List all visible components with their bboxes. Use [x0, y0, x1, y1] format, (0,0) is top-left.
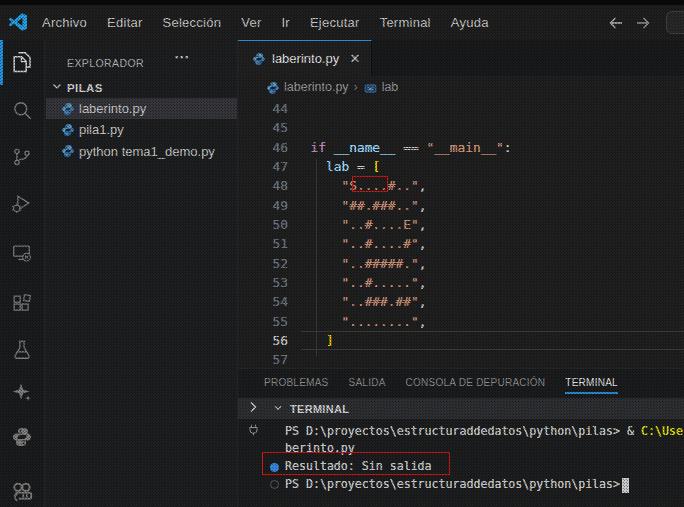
activity-extensions-icon[interactable] [0, 281, 44, 327]
line-number: 52 [238, 254, 288, 273]
activity-run-debug-icon[interactable] [0, 181, 44, 227]
activity-testing-icon[interactable] [0, 327, 44, 373]
file-name: pila1.py [79, 122, 124, 137]
menu-ayuda[interactable]: Ayuda [441, 5, 499, 40]
folder-section-pilas[interactable]: PILAS [46, 77, 237, 99]
code-editor[interactable]: 444546if __name__ == "__main__":47 lab =… [238, 98, 684, 367]
nav-back-icon[interactable] [609, 17, 623, 29]
plug-icon [247, 423, 260, 441]
editor-area: laberinto.py ✕ laberinto.py › lab 444546… [237, 40, 684, 507]
menu-archivo[interactable]: Archivo [32, 5, 97, 40]
terminal-line: PS D:\proyectos\estructuraddedatos\pytho… [285, 476, 620, 494]
line-content: ] [311, 331, 334, 350]
line-number: 45 [238, 118, 288, 137]
vscode-window: ArchivoEditarSelecciónVerIrEjecutarTermi… [0, 0, 684, 507]
file-item-laberinto-py[interactable]: laberinto.py [46, 98, 237, 119]
line-content: lab = [ [311, 157, 381, 176]
menu-ejecutar[interactable]: Ejecutar [300, 5, 370, 40]
breadcrumb-symbol[interactable]: lab [382, 80, 399, 94]
bottom-panel: PROBLEMASSALIDACONSOLA DE DEPURACIÓNTERM… [238, 368, 684, 507]
breadcrumb-separator: › [354, 80, 358, 94]
python-file-icon [252, 52, 266, 66]
activity-remote-explorer-icon[interactable] [0, 230, 44, 276]
chevron-down-icon[interactable] [272, 400, 284, 418]
nav-forward-icon[interactable] [636, 17, 650, 29]
breadcrumb-file[interactable]: laberinto.py [284, 80, 349, 94]
python-file-icon [61, 123, 75, 137]
code-line-51: 51 "..#....#", [238, 234, 684, 253]
sidebar-actions-icon[interactable]: ⋯ [174, 48, 190, 66]
terminal-cursor [622, 478, 629, 493]
symbol-variable-icon [364, 81, 377, 94]
menu-terminal[interactable]: Terminal [370, 5, 441, 40]
python-file-icon [61, 144, 75, 158]
line-number: 44 [238, 99, 288, 118]
tab-label: laberinto.py [272, 51, 339, 66]
line-number: 53 [238, 273, 288, 292]
code-line-55: 55 "........", [238, 312, 684, 331]
activity-chat-sparkle-icon[interactable] [0, 369, 44, 415]
panel-tab-terminal[interactable]: TERMINAL [565, 369, 618, 397]
line-number: 48 [238, 176, 288, 195]
activity-accounts-copilot-icon[interactable] [0, 468, 44, 507]
line-content: "..#.....", [311, 273, 427, 292]
activity-search-icon[interactable] [0, 87, 44, 133]
file-name: python tema1_demo.py [79, 144, 215, 159]
panel-tab-problemas[interactable]: PROBLEMAS [264, 369, 329, 397]
file-item-python-tema1-demo-py[interactable]: python tema1_demo.py [46, 141, 237, 162]
line-content: if __name__ == "__main__": [311, 138, 512, 157]
tab-close-icon[interactable]: ✕ [347, 51, 363, 66]
line-content: "........", [311, 312, 427, 331]
line-content: "##.###..", [311, 196, 427, 215]
code-line-52: 52 "..#####.", [238, 254, 684, 273]
panel-tab-salida[interactable]: SALIDA [349, 369, 386, 397]
menu-bar: ArchivoEditarSelecciónVerIrEjecutarTermi… [32, 5, 499, 40]
line-number: 51 [238, 234, 288, 253]
activity-python-icon[interactable] [0, 414, 44, 460]
activity-explorer-icon[interactable] [0, 39, 44, 85]
python-file-icon [61, 102, 75, 116]
code-line-54: 54 "..###.##", [238, 292, 684, 311]
line-number: 49 [238, 196, 288, 215]
code-line-56: 56 ] [238, 331, 684, 350]
tab-laberinto[interactable]: laberinto.py ✕ [238, 40, 372, 76]
line-number: 55 [238, 312, 288, 331]
vscode-logo-icon [9, 13, 27, 31]
line-number: 57 [238, 350, 288, 367]
code-line-47: 47 lab = [ [238, 157, 684, 176]
line-content: "..#....E", [311, 215, 427, 234]
annotation-box-terminal [262, 452, 450, 476]
terminal[interactable]: PS D:\proyectos\estructuraddedatos\pytho… [238, 419, 684, 507]
terminal-decoration-skipped [270, 480, 279, 489]
menu-ver[interactable]: Ver [231, 5, 271, 40]
code-line-49: 49 "##.###..", [238, 196, 684, 215]
code-line-57: 57 [238, 350, 684, 367]
line-number: 50 [238, 215, 288, 234]
terminal-section-header[interactable]: TERMINAL [238, 398, 684, 419]
chevron-down-icon [50, 79, 64, 97]
menu-seleccin[interactable]: Selección [153, 5, 232, 40]
line-number: 56 [238, 331, 288, 350]
annotation-box-editor [352, 176, 388, 192]
line-number: 46 [238, 138, 288, 157]
menu-ir[interactable]: Ir [271, 5, 299, 40]
explorer-sidebar: EXPLORADOR ⋯ PILAS laberinto.pypila1.pyp… [46, 40, 237, 507]
breadcrumbs: laberinto.py › lab [238, 76, 684, 98]
file-item-pila1-py[interactable]: pila1.py [46, 119, 237, 140]
active-view-indicator [0, 40, 3, 85]
title-bar: ArchivoEditarSelecciónVerIrEjecutarTermi… [0, 5, 684, 40]
code-line-44: 44 [238, 99, 684, 118]
line-number: 47 [238, 157, 288, 176]
code-line-45: 45 [238, 118, 684, 137]
panel-tab-consola-de-depuraci-n[interactable]: CONSOLA DE DEPURACIÓN [406, 369, 546, 397]
menu-editar[interactable]: Editar [97, 5, 152, 40]
code-line-53: 53 "..#.....", [238, 273, 684, 292]
sidebar-title: EXPLORADOR [67, 57, 144, 69]
code-line-48: 48 "S....#..", [238, 176, 684, 195]
file-list: laberinto.pypila1.pypython tema1_demo.py [46, 98, 237, 162]
file-name: laberinto.py [79, 101, 146, 116]
code-line-46: 46if __name__ == "__main__": [238, 138, 684, 157]
command-center[interactable] [666, 11, 684, 34]
chevron-right-icon[interactable] [246, 400, 260, 418]
activity-source-control-icon[interactable] [0, 134, 44, 180]
